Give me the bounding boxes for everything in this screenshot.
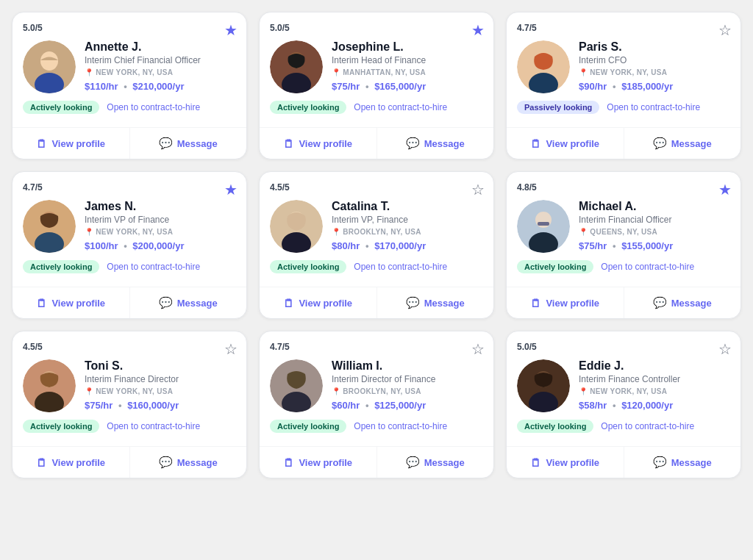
status-badge: Actively looking (517, 260, 593, 273)
message-button[interactable]: 💬 Message (130, 287, 247, 318)
message-icon: 💬 (406, 296, 420, 309)
rate-yearly: $125,000/yr (374, 400, 426, 411)
card-body: 5.0/5 ★ Josephine L. Interim Head of Fin… (260, 12, 493, 123)
contract-link[interactable]: Open to contract-to-hire (354, 421, 447, 431)
avatar (270, 359, 323, 412)
contract-link[interactable]: Open to contract-to-hire (107, 421, 200, 431)
rating: 5.0/5 (23, 23, 236, 33)
avatar (517, 359, 570, 412)
star-button[interactable]: ★ (224, 181, 238, 198)
message-button[interactable]: 💬 Message (377, 128, 494, 159)
card-body: 4.7/5 ★ James N. Interim VP of Finance 📍… (13, 172, 246, 282)
status-badge: Actively looking (270, 101, 346, 114)
view-profile-button[interactable]: 🗒 View profile (507, 287, 624, 318)
svg-rect-19 (538, 222, 549, 226)
message-button[interactable]: 💬 Message (377, 447, 494, 478)
location-text: BROOKLYN, NY, USA (343, 387, 421, 395)
profile-info: William I. Interim Director of Finance 📍… (332, 359, 483, 411)
profile-row: Josephine L. Interim Head of Finance 📍 M… (270, 40, 483, 93)
rating: 4.8/5 (517, 182, 730, 193)
view-profile-label: View profile (299, 298, 352, 309)
star-button[interactable]: ★ (224, 21, 238, 39)
view-profile-button[interactable]: 🗒 View profile (260, 128, 377, 159)
location-icon: 📍 (332, 68, 340, 76)
badges-row: Passively looking Open to contract-to-hi… (517, 101, 730, 114)
star-button[interactable]: ☆ (718, 340, 732, 358)
contract-link[interactable]: Open to contract-to-hire (354, 262, 447, 272)
profile-location: 📍 NEW YORK, NY, USA (85, 387, 236, 395)
rates-separator: • (365, 240, 369, 251)
profile-name: Eddie J. (579, 359, 730, 373)
avatar (270, 200, 323, 253)
profile-row: Paris S. Interim CFO 📍 NEW YORK, NY, USA… (517, 40, 730, 93)
badges-row: Actively looking Open to contract-to-hir… (270, 101, 483, 114)
location-text: MANHATTAN, NY, USA (343, 68, 426, 76)
message-button[interactable]: 💬 Message (377, 287, 494, 318)
rates-separator: • (124, 240, 127, 251)
avatar (23, 200, 76, 253)
view-profile-button[interactable]: 🗒 View profile (260, 287, 377, 318)
rate-hourly: $110/hr (85, 81, 118, 92)
card-footer: 🗒 View profile 💬 Message (13, 127, 246, 159)
location-text: QUEENS, NY, USA (590, 228, 657, 236)
location-icon: 📍 (85, 228, 93, 236)
profile-info: James N. Interim VP of Finance 📍 NEW YOR… (85, 200, 236, 251)
view-profile-icon: 🗒 (530, 137, 541, 150)
contract-link[interactable]: Open to contract-to-hire (601, 262, 694, 272)
location-icon: 📍 (332, 228, 340, 236)
profile-row: James N. Interim VP of Finance 📍 NEW YOR… (23, 200, 236, 253)
profile-rates: $90/hr • $185,000/yr (579, 81, 730, 92)
card-body: 4.7/5 ☆ Paris S. Interim CFO 📍 NEW YORK,… (507, 12, 740, 123)
message-button[interactable]: 💬 Message (130, 447, 247, 478)
location-icon: 📍 (85, 387, 93, 395)
contract-link[interactable]: Open to contract-to-hire (354, 102, 447, 112)
view-profile-label: View profile (299, 138, 352, 149)
view-profile-button[interactable]: 🗒 View profile (13, 287, 130, 318)
status-badge: Actively looking (517, 420, 593, 433)
profile-row: Michael A. Interim Financial Officer 📍 Q… (517, 200, 730, 253)
contract-link[interactable]: Open to contract-to-hire (107, 262, 200, 272)
rate-hourly: $60/hr (332, 400, 360, 411)
profile-card-6: 4.8/5 ★ Michael A. Interim Financial Off… (506, 171, 741, 319)
star-button[interactable]: ☆ (471, 181, 485, 198)
view-profile-button[interactable]: 🗒 View profile (13, 447, 130, 478)
contract-link[interactable]: Open to contract-to-hire (601, 421, 694, 431)
view-profile-button[interactable]: 🗒 View profile (13, 128, 130, 159)
star-button[interactable]: ☆ (471, 340, 485, 358)
card-footer: 🗒 View profile 💬 Message (507, 127, 740, 159)
message-label: Message (424, 457, 465, 468)
rate-hourly: $90/hr (579, 81, 607, 92)
message-icon: 💬 (653, 296, 667, 309)
badges-row: Actively looking Open to contract-to-hir… (23, 260, 236, 273)
rating: 5.0/5 (517, 342, 730, 352)
card-body: 5.0/5 ★ Annette J. Interim Chief Financi… (13, 12, 246, 123)
card-footer: 🗒 View profile 💬 Message (507, 287, 740, 318)
profile-card-9: 5.0/5 ☆ Eddie J. Interim Finance Control… (506, 331, 741, 478)
message-button[interactable]: 💬 Message (624, 287, 741, 318)
profile-title: Interim Finance Director (85, 374, 236, 384)
message-button[interactable]: 💬 Message (624, 128, 741, 159)
contract-link[interactable]: Open to contract-to-hire (107, 102, 200, 112)
message-label: Message (671, 457, 712, 468)
profile-rates: $58/hr • $120,000/yr (579, 400, 730, 411)
star-button[interactable]: ★ (471, 21, 485, 39)
view-profile-icon: 🗒 (530, 297, 541, 309)
message-button[interactable]: 💬 Message (624, 447, 741, 478)
view-profile-button[interactable]: 🗒 View profile (507, 128, 624, 159)
status-badge: Actively looking (270, 260, 346, 273)
badges-row: Actively looking Open to contract-to-hir… (23, 101, 236, 114)
profile-row: William I. Interim Director of Finance 📍… (270, 359, 483, 412)
contract-link[interactable]: Open to contract-to-hire (607, 102, 700, 112)
location-text: BROOKLYN, NY, USA (343, 228, 421, 236)
view-profile-button[interactable]: 🗒 View profile (260, 447, 377, 478)
profile-location: 📍 NEW YORK, NY, USA (579, 387, 730, 395)
message-button[interactable]: 💬 Message (130, 128, 247, 159)
view-profile-label: View profile (546, 298, 599, 309)
rate-hourly: $100/hr (85, 240, 118, 251)
view-profile-button[interactable]: 🗒 View profile (507, 447, 624, 478)
rates-separator: • (613, 400, 616, 411)
star-button[interactable]: ☆ (224, 340, 238, 358)
star-button[interactable]: ★ (718, 181, 732, 198)
profile-card-1: 5.0/5 ★ Annette J. Interim Chief Financi… (12, 12, 247, 159)
star-button[interactable]: ☆ (718, 21, 732, 39)
